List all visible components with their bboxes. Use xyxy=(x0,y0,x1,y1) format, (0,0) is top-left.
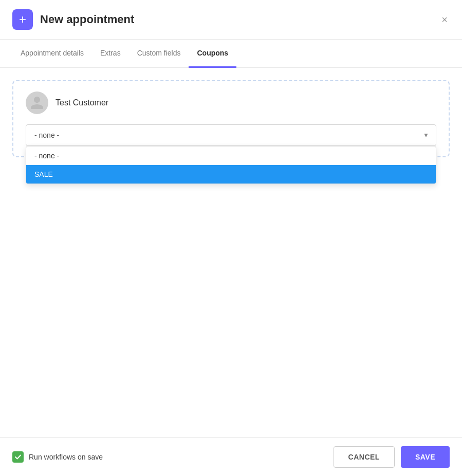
save-button[interactable]: SAVE xyxy=(401,446,450,468)
dropdown-item-sale[interactable]: SALE xyxy=(26,165,436,184)
dropdown-menu: - none - SALE xyxy=(26,146,436,184)
avatar xyxy=(26,91,48,114)
tab-coupons[interactable]: Coupons xyxy=(189,40,236,68)
tab-extras[interactable]: Extras xyxy=(92,40,129,68)
tabs-container: Appointment details Extras Custom fields… xyxy=(0,40,462,68)
modal-body: Test Customer - none - SALE ▼ - none - S… xyxy=(0,68,462,437)
cancel-button[interactable]: CANCEL xyxy=(334,446,395,468)
modal-overlay: + New appointment × Appointment details … xyxy=(0,0,462,476)
workflow-label: Run workflows on save xyxy=(29,453,103,461)
customer-name: Test Customer xyxy=(56,98,108,107)
tab-appointment-details[interactable]: Appointment details xyxy=(12,40,92,68)
tab-custom-fields[interactable]: Custom fields xyxy=(129,40,189,68)
close-button[interactable]: × xyxy=(439,12,450,28)
new-appointment-icon-button[interactable]: + xyxy=(12,9,33,30)
footer-buttons: CANCEL SAVE xyxy=(334,446,450,468)
coupon-select-wrapper[interactable]: - none - SALE ▼ - none - SALE xyxy=(26,124,436,146)
avatar-icon xyxy=(29,95,45,111)
dropdown-item-none[interactable]: - none - xyxy=(26,147,436,165)
workflow-checkbox[interactable] xyxy=(12,451,24,463)
close-icon: × xyxy=(441,14,448,26)
customer-info: Test Customer xyxy=(26,91,436,114)
modal-footer: Run workflows on save CANCEL SAVE xyxy=(0,437,462,476)
modal-title: New appointment xyxy=(40,13,432,26)
modal-header: + New appointment × xyxy=(0,0,462,40)
coupon-select[interactable]: - none - SALE xyxy=(26,124,436,146)
checkmark-icon xyxy=(14,453,22,461)
customer-card: Test Customer - none - SALE ▼ - none - S… xyxy=(12,80,450,157)
plus-icon: + xyxy=(19,13,26,26)
workflow-check[interactable]: Run workflows on save xyxy=(12,451,103,463)
